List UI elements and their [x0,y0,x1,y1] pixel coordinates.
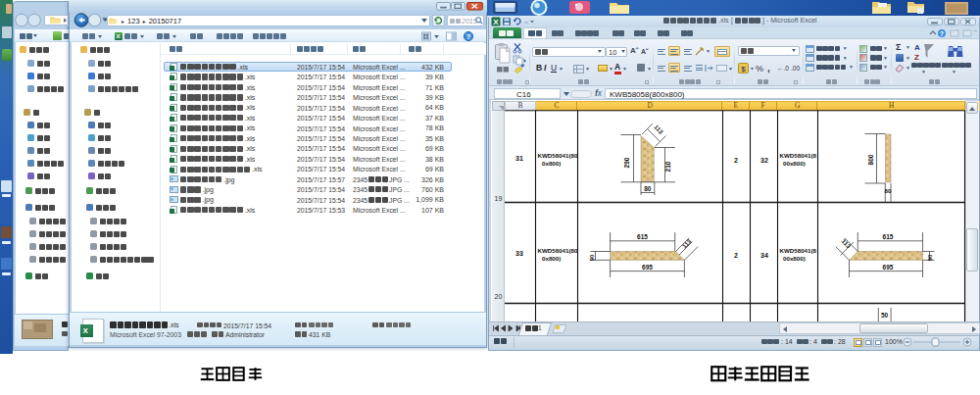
svg-text:210: 210 [664,161,671,172]
svg-text:?: ? [466,32,471,41]
svg-text:695: 695 [642,264,653,271]
svg-text:615: 615 [637,233,648,240]
svg-text:290: 290 [623,157,630,168]
svg-text:$: $ [741,65,746,74]
svg-text:A: A [914,43,920,52]
svg-text:90: 90 [927,254,933,261]
svg-text:800: 800 [867,154,874,165]
svg-text:,: , [767,63,770,74]
svg-text:113: 113 [653,123,664,135]
svg-text:50: 50 [881,312,889,319]
svg-text:Z: Z [914,53,919,61]
svg-text:%: % [756,64,763,74]
svg-text:113: 113 [841,237,853,249]
svg-text:90: 90 [589,254,595,261]
svg-text:?: ? [940,30,944,37]
svg-text:80: 80 [885,187,892,194]
svg-text:←.0: ←.0 [777,65,789,72]
svg-text:615: 615 [883,233,894,240]
svg-text:.00: .00 [791,65,800,72]
svg-text:695: 695 [883,264,894,271]
svg-text:113: 113 [681,237,693,249]
svg-text:80: 80 [644,185,652,192]
svg-text:X: X [493,18,499,26]
